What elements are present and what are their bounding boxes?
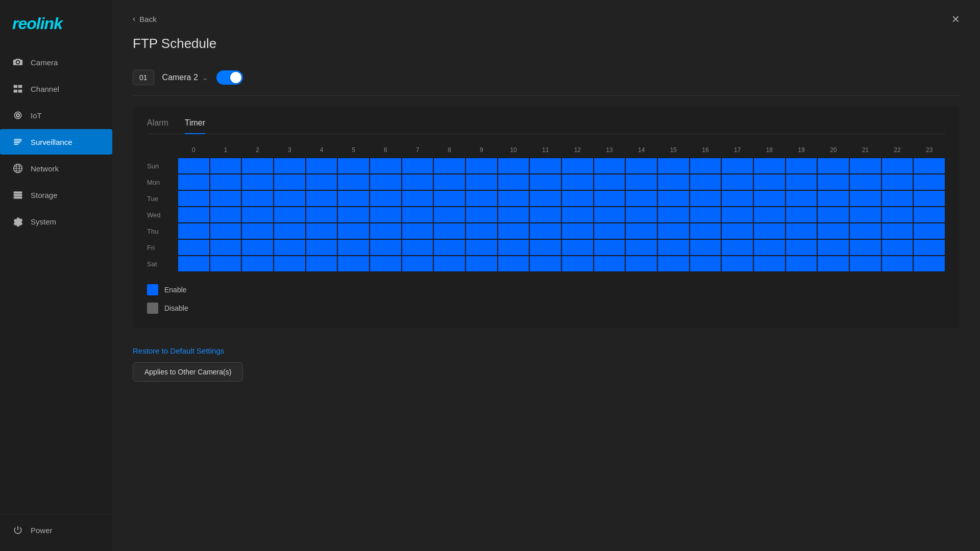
time-cell[interactable] — [690, 223, 722, 239]
time-cell[interactable] — [625, 174, 657, 190]
time-cell[interactable] — [178, 190, 210, 207]
time-cell[interactable] — [753, 174, 786, 190]
time-cell[interactable] — [817, 207, 849, 223]
time-cell[interactable] — [657, 190, 690, 207]
time-cell[interactable] — [370, 207, 402, 223]
time-cell[interactable] — [337, 158, 370, 174]
time-cell[interactable] — [529, 256, 561, 272]
time-cell[interactable] — [849, 158, 881, 174]
time-cell[interactable] — [625, 256, 657, 272]
time-cell[interactable] — [881, 207, 914, 223]
time-cell[interactable] — [561, 207, 594, 223]
time-cell[interactable] — [625, 207, 657, 223]
time-cell[interactable] — [241, 223, 274, 239]
time-cell[interactable] — [721, 207, 753, 223]
sidebar-item-surveillance[interactable]: Surveillance — [0, 129, 112, 155]
time-cell[interactable] — [370, 174, 402, 190]
time-cell[interactable] — [786, 158, 818, 174]
time-cell[interactable] — [786, 174, 818, 190]
time-cell[interactable] — [913, 239, 945, 256]
time-cell[interactable] — [433, 223, 465, 239]
time-cell[interactable] — [178, 256, 210, 272]
time-cell[interactable] — [241, 256, 274, 272]
time-cell[interactable] — [913, 174, 945, 190]
time-cell[interactable] — [370, 239, 402, 256]
sidebar-item-storage[interactable]: Storage — [0, 182, 112, 208]
time-cell[interactable] — [849, 239, 881, 256]
time-cell[interactable] — [274, 174, 306, 190]
time-cell[interactable] — [498, 158, 530, 174]
time-cell[interactable] — [274, 158, 306, 174]
sidebar-item-network[interactable]: Network — [0, 156, 112, 181]
time-cell[interactable] — [241, 158, 274, 174]
time-cell[interactable] — [210, 174, 242, 190]
time-cell[interactable] — [625, 190, 657, 207]
time-cell[interactable] — [306, 190, 338, 207]
time-cell[interactable] — [465, 207, 498, 223]
time-cell[interactable] — [913, 223, 945, 239]
time-cell[interactable] — [402, 190, 434, 207]
time-cell[interactable] — [402, 223, 434, 239]
time-cell[interactable] — [370, 190, 402, 207]
time-cell[interactable] — [817, 158, 849, 174]
time-cell[interactable] — [433, 174, 465, 190]
time-cell[interactable] — [594, 190, 626, 207]
time-cell[interactable] — [786, 256, 818, 272]
enable-toggle[interactable] — [216, 70, 243, 85]
time-cell[interactable] — [529, 223, 561, 239]
time-cell[interactable] — [402, 158, 434, 174]
time-cell[interactable] — [306, 158, 338, 174]
sidebar-item-channel[interactable]: Channel — [0, 76, 112, 102]
time-cell[interactable] — [690, 158, 722, 174]
time-cell[interactable] — [241, 190, 274, 207]
time-cell[interactable] — [498, 239, 530, 256]
time-cell[interactable] — [465, 239, 498, 256]
time-cell[interactable] — [337, 223, 370, 239]
time-cell[interactable] — [594, 174, 626, 190]
time-cell[interactable] — [657, 256, 690, 272]
sidebar-item-system[interactable]: System — [0, 209, 112, 234]
time-cell[interactable] — [881, 223, 914, 239]
time-cell[interactable] — [594, 256, 626, 272]
time-cell[interactable] — [337, 174, 370, 190]
time-cell[interactable] — [657, 239, 690, 256]
time-cell[interactable] — [817, 256, 849, 272]
time-cell[interactable] — [337, 190, 370, 207]
time-cell[interactable] — [690, 256, 722, 272]
time-cell[interactable] — [210, 223, 242, 239]
time-cell[interactable] — [657, 223, 690, 239]
time-cell[interactable] — [753, 190, 786, 207]
time-cell[interactable] — [210, 239, 242, 256]
time-cell[interactable] — [433, 239, 465, 256]
time-cell[interactable] — [433, 190, 465, 207]
time-cell[interactable] — [881, 256, 914, 272]
time-cell[interactable] — [849, 174, 881, 190]
time-cell[interactable] — [721, 174, 753, 190]
time-cell[interactable] — [913, 190, 945, 207]
time-cell[interactable] — [210, 190, 242, 207]
time-cell[interactable] — [594, 223, 626, 239]
time-cell[interactable] — [498, 223, 530, 239]
time-cell[interactable] — [657, 174, 690, 190]
sidebar-item-iot[interactable]: IoT — [0, 103, 112, 128]
time-cell[interactable] — [594, 239, 626, 256]
time-cell[interactable] — [433, 158, 465, 174]
time-cell[interactable] — [913, 207, 945, 223]
time-cell[interactable] — [402, 239, 434, 256]
time-cell[interactable] — [753, 223, 786, 239]
time-cell[interactable] — [274, 239, 306, 256]
time-cell[interactable] — [721, 239, 753, 256]
tab-timer[interactable]: Timer — [185, 118, 205, 134]
time-cell[interactable] — [690, 174, 722, 190]
time-cell[interactable] — [498, 256, 530, 272]
time-cell[interactable] — [210, 207, 242, 223]
time-cell[interactable] — [625, 223, 657, 239]
time-cell[interactable] — [178, 239, 210, 256]
time-cell[interactable] — [337, 239, 370, 256]
time-cell[interactable] — [881, 190, 914, 207]
time-cell[interactable] — [498, 207, 530, 223]
time-cell[interactable] — [402, 256, 434, 272]
time-cell[interactable] — [529, 207, 561, 223]
time-cell[interactable] — [433, 256, 465, 272]
time-cell[interactable] — [849, 256, 881, 272]
